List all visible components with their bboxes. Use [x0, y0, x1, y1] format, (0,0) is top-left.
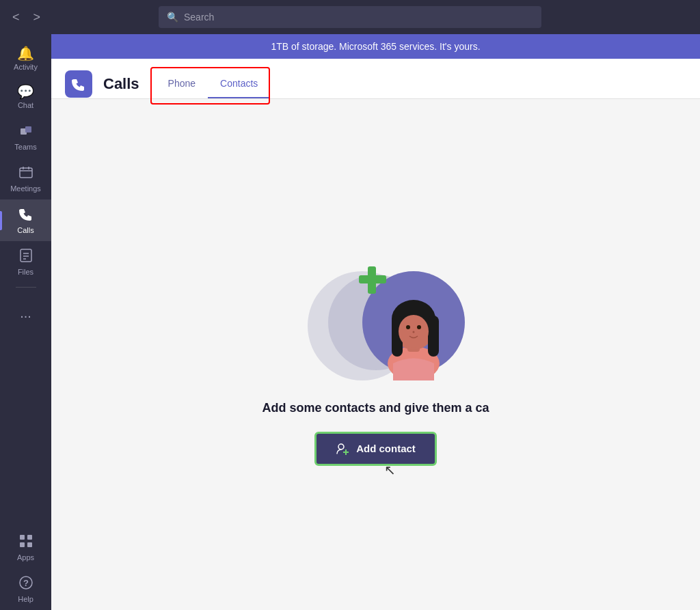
search-input[interactable]	[184, 12, 533, 23]
sidebar-more[interactable]: ...	[0, 292, 51, 335]
title-bar: < > 🔍	[0, 0, 700, 34]
teams-icon	[18, 123, 33, 140]
svg-point-31	[338, 444, 344, 449]
svg-rect-30	[359, 275, 386, 283]
sidebar-divider	[16, 287, 36, 288]
nav-buttons: < >	[8, 8, 44, 27]
sidebar-item-help[interactable]: ? Help	[0, 568, 51, 610]
svg-rect-2	[20, 168, 32, 178]
meetings-icon	[18, 165, 33, 182]
calls-icon-box	[65, 70, 92, 98]
main-layout: 🔔 Activity 💬 Chat Teams	[0, 34, 700, 610]
svg-point-28	[412, 331, 414, 333]
search-box: 🔍	[159, 6, 541, 28]
calls-main: Add some contacts and give them a ca Add…	[51, 99, 700, 610]
sidebar-item-files[interactable]: Files	[0, 241, 51, 283]
nav-forward-button[interactable]: >	[29, 8, 45, 27]
nav-back-button[interactable]: <	[8, 8, 24, 27]
svg-rect-12	[20, 542, 25, 547]
sidebar-label-files: Files	[18, 268, 33, 276]
sidebar-label-teams: Teams	[14, 143, 36, 151]
activity-icon: 🔔	[17, 46, 34, 60]
sidebar-label-chat: Chat	[18, 101, 33, 109]
sidebar-item-activity[interactable]: 🔔 Activity	[0, 40, 51, 78]
svg-rect-11	[27, 535, 32, 540]
tabs-area: Phone Contacts	[156, 70, 271, 98]
svg-text:?: ?	[23, 578, 29, 588]
illustration-container	[280, 244, 472, 380]
svg-rect-24	[428, 316, 439, 357]
apps-icon	[18, 533, 33, 551]
svg-point-26	[406, 325, 410, 329]
svg-rect-13	[27, 542, 32, 547]
svg-rect-10	[20, 535, 25, 540]
banner: 1TB of storage. Microsoft 365 services. …	[51, 34, 700, 59]
help-icon: ?	[18, 575, 33, 592]
banner-text: 1TB of storage. Microsoft 365 services. …	[271, 41, 480, 52]
tab-phone[interactable]: Phone	[156, 70, 208, 98]
sidebar-label-calls: Calls	[17, 226, 33, 234]
sidebar-label-help: Help	[18, 595, 33, 603]
tab-contacts[interactable]: Contacts	[208, 70, 270, 98]
sidebar-item-apps[interactable]: Apps	[0, 527, 51, 568]
files-icon	[19, 248, 33, 265]
svg-point-27	[417, 325, 421, 329]
add-contact-label: Add contact	[356, 443, 416, 454]
calls-icon	[18, 206, 33, 223]
svg-rect-1	[25, 126, 31, 133]
add-contact-icon	[336, 442, 349, 456]
sidebar-label-activity: Activity	[14, 63, 38, 71]
more-icon: ...	[20, 299, 31, 328]
sidebar: 🔔 Activity 💬 Chat Teams	[0, 34, 51, 610]
calls-title: Calls	[103, 75, 139, 93]
search-icon: 🔍	[167, 12, 178, 23]
add-contact-button[interactable]: Add contact	[314, 432, 437, 466]
sidebar-item-chat[interactable]: 💬 Chat	[0, 78, 51, 116]
svg-rect-6	[21, 249, 31, 262]
sidebar-item-meetings[interactable]: Meetings	[0, 158, 51, 199]
chat-icon: 💬	[17, 85, 34, 98]
cursor-indicator: ↖	[384, 462, 396, 478]
empty-state-text: Add some contacts and give them a ca	[262, 401, 489, 415]
sidebar-item-teams[interactable]: Teams	[0, 116, 51, 158]
calls-header: Calls Phone Contacts	[51, 59, 700, 99]
sidebar-label-meetings: Meetings	[10, 184, 41, 193]
sidebar-item-calls[interactable]: Calls	[0, 199, 51, 241]
sidebar-label-apps: Apps	[17, 553, 34, 562]
content-area: 1TB of storage. Microsoft 365 services. …	[51, 34, 700, 610]
